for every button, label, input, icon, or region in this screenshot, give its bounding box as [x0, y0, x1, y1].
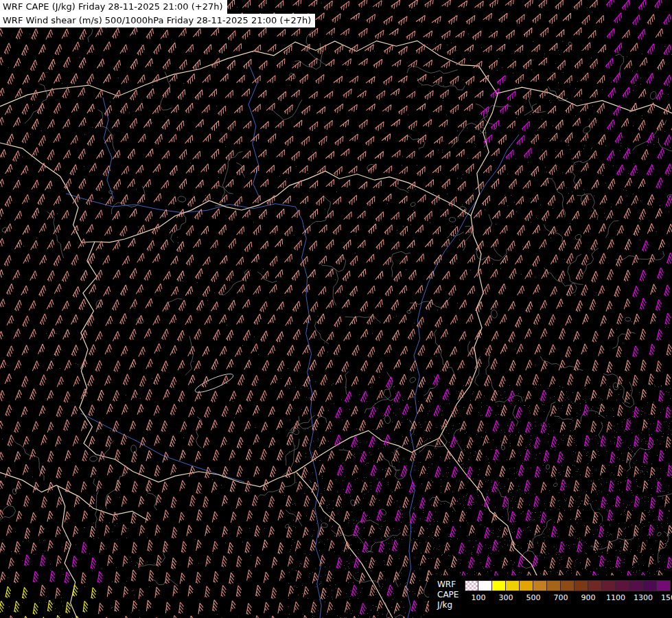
legend-tick-label: 1100 [606, 593, 625, 602]
legend-swatch [616, 580, 629, 591]
legend-tick-label: 900 [581, 593, 596, 602]
legend-swatch [629, 580, 643, 591]
wrf-map-page: WRF CAPE (J/kg) Friday 28-11-2025 21:00 … [0, 0, 672, 618]
legend-tick-label: 1500 [661, 593, 672, 602]
legend-swatch [561, 580, 575, 591]
legend-tick-label: 300 [499, 593, 513, 602]
legend-swatches [465, 580, 671, 591]
legend-swatch [520, 580, 533, 591]
legend-scale: 100300500700900110013001500 [465, 580, 671, 604]
legend-swatch [506, 580, 520, 591]
legend-title-variable: CAPE [437, 590, 465, 600]
legend-swatch [533, 580, 547, 591]
legend-tick-label: 700 [554, 593, 568, 602]
legend-swatch [575, 580, 588, 591]
legend-tick-label: 500 [526, 593, 541, 602]
legend-swatch [643, 580, 657, 591]
header-shear-line: WRF Wind shear (m/s) 500/1000hPa Friday … [0, 14, 315, 27]
cape-legend: WRF CAPE J/kg 10030050070090011001300150… [429, 575, 672, 618]
legend-swatch [465, 580, 478, 591]
legend-swatch [478, 580, 492, 591]
legend-title-unit: J/kg [437, 600, 465, 610]
legend-swatch [602, 580, 616, 591]
legend-title: WRF CAPE J/kg [429, 575, 465, 610]
legend-swatch [588, 580, 602, 591]
legend-tick-label: 1300 [634, 593, 653, 602]
map-header: WRF CAPE (J/kg) Friday 28-11-2025 21:00 … [0, 0, 315, 27]
legend-swatch [547, 580, 561, 591]
legend-swatch [657, 580, 671, 591]
weather-map-canvas [0, 0, 672, 618]
header-cape-line: WRF CAPE (J/kg) Friday 28-11-2025 21:00 … [0, 0, 227, 14]
legend-swatch [492, 580, 506, 591]
legend-tick-label: 100 [472, 593, 486, 602]
legend-labels: 100300500700900110013001500 [465, 591, 671, 604]
legend-title-model: WRF [437, 580, 465, 590]
